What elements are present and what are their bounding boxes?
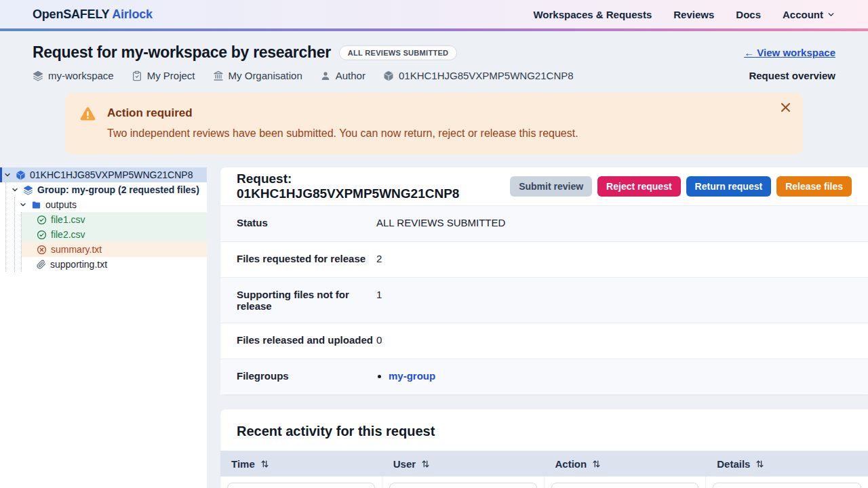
nav-workspaces-requests[interactable]: Workspaces & Requests (533, 9, 652, 20)
recent-activity-card: Recent activity for this request Time Us… (220, 409, 868, 488)
action-required-alert: Action required Two independent reviews … (65, 93, 803, 155)
chevron-down-icon[interactable] (11, 186, 19, 194)
detail-value: 1 (376, 289, 382, 300)
filter-time-input[interactable] (227, 483, 375, 488)
breadcrumb-workspace-label: my-workspace (48, 70, 114, 81)
page-header: Request for my-workspace by researcher A… (0, 31, 868, 155)
request-overview-label: Request overview (749, 70, 835, 81)
tree-node-file2[interactable]: file2.csv (22, 227, 207, 242)
status-badge: ALL REVIEWS SUBMITTED (339, 45, 458, 60)
column-label: Action (555, 458, 587, 470)
return-request-button[interactable]: Return request (686, 176, 772, 197)
tree-node-label: file1.csv (51, 214, 85, 225)
filegroup-link[interactable]: my-group (389, 370, 435, 382)
filegroup-list-item: my-group (389, 370, 435, 382)
tree-node-request-root[interactable]: 01KHC1HJG85VXPMP5WNG21CNP8 (0, 167, 207, 182)
tree-node-file1[interactable]: file1.csv (22, 212, 207, 227)
logo-primary: OpenSAFELY (33, 7, 109, 21)
activity-table-header: Time User Action Details (220, 451, 868, 476)
nav-docs[interactable]: Docs (736, 9, 761, 20)
folder-icon (31, 200, 41, 210)
tree-node-summary[interactable]: summary.txt (22, 242, 207, 257)
column-label: Details (717, 458, 750, 470)
app-logo[interactable]: OpenSAFELY Airlock (33, 7, 153, 22)
detail-label: Supporting files not for release (237, 289, 376, 312)
bank-icon (213, 70, 224, 81)
sort-icon[interactable] (755, 460, 764, 468)
check-circle-icon (37, 230, 47, 240)
request-actions: Submit review Reject request Return requ… (510, 176, 852, 197)
warning-icon (79, 105, 97, 140)
detail-row-status: Status ALL REVIEWS SUBMITTED (220, 205, 868, 241)
request-main-panel: Request: 01KHC1HJG85VXPMP5WNG21CNP8 Subm… (220, 167, 868, 488)
breadcrumb: my-workspace My Project My Organisation … (33, 70, 835, 81)
alert-title: Action required (107, 106, 578, 120)
tree-node-label: 01KHC1HJG85VXPMP5WNG21CNP8 (30, 169, 193, 180)
detail-label: Files requested for release (237, 253, 376, 264)
column-header-time[interactable]: Time (220, 451, 382, 476)
request-details-table: Status ALL REVIEWS SUBMITTED Files reque… (220, 205, 868, 394)
breadcrumb-organisation: My Organisation (213, 70, 302, 81)
top-navigation-bar: OpenSAFELY Airlock Workspaces & Requests… (0, 0, 868, 28)
breadcrumb-project: My Project (132, 70, 195, 81)
detail-row-filegroups: Filegroups my-group (220, 359, 868, 394)
close-icon[interactable] (776, 98, 795, 117)
filter-action-input[interactable] (551, 483, 699, 488)
layers-icon (23, 185, 33, 195)
detail-label: Status (237, 217, 376, 228)
tree-node-label: summary.txt (51, 244, 102, 255)
tree-node-folder-outputs[interactable]: outputs (15, 197, 207, 212)
filter-details-input[interactable] (713, 483, 861, 488)
page-title: Request for my-workspace by researcher (33, 43, 331, 62)
detail-label: Files released and uploaded (237, 334, 376, 346)
column-header-details[interactable]: Details (706, 451, 868, 476)
activity-title: Recent activity for this request (220, 409, 868, 451)
detail-row-supporting-files: Supporting files not for release 1 (220, 277, 868, 323)
column-header-user[interactable]: User (382, 451, 545, 476)
column-label: User (393, 458, 416, 470)
tree-node-label: outputs (45, 199, 77, 210)
breadcrumb-project-label: My Project (147, 70, 195, 81)
column-label: Time (231, 458, 255, 470)
tree-node-group[interactable]: Group: my-group (2 requested files) (6, 182, 207, 197)
release-files-button[interactable]: Release files (776, 176, 852, 197)
logo-secondary: Airlock (112, 7, 153, 21)
nav-reviews[interactable]: Reviews (673, 9, 714, 20)
reject-request-button[interactable]: Reject request (597, 176, 680, 197)
filter-user-input[interactable] (389, 483, 537, 488)
sort-icon[interactable] (592, 460, 601, 468)
breadcrumb-author: Author (320, 70, 366, 81)
tree-node-label: supporting.txt (50, 259, 107, 270)
breadcrumb-request-id: 01KHC1HJG85VXPMP5WNG21CNP8 (383, 70, 574, 81)
detail-row-files-requested: Files requested for release 2 (220, 241, 868, 277)
cube-icon (16, 170, 26, 180)
layers-icon (33, 70, 43, 81)
request-panel-title: Request: 01KHC1HJG85VXPMP5WNG21CNP8 (237, 171, 510, 201)
breadcrumb-author-label: Author (336, 70, 366, 81)
chevron-down-icon[interactable] (3, 171, 12, 179)
nav-account-menu[interactable]: Account (783, 9, 835, 20)
request-details-card: Request: 01KHC1HJG85VXPMP5WNG21CNP8 Subm… (220, 167, 868, 394)
column-header-action[interactable]: Action (545, 451, 707, 476)
submit-review-button[interactable]: Submit review (510, 176, 592, 197)
tree-node-supporting[interactable]: supporting.txt (22, 257, 207, 272)
sort-icon[interactable] (421, 460, 430, 468)
user-icon (320, 70, 331, 81)
detail-value: ALL REVIEWS SUBMITTED (376, 217, 505, 228)
main-nav: Workspaces & Requests Reviews Docs Accou… (533, 9, 835, 20)
breadcrumb-workspace: my-workspace (33, 70, 114, 81)
file-tree-sidebar: 01KHC1HJG85VXPMP5WNG21CNP8 Group: my-gro… (0, 167, 207, 488)
breadcrumb-request-id-label: 01KHC1HJG85VXPMP5WNG21CNP8 (399, 70, 574, 81)
chevron-down-icon[interactable] (19, 201, 27, 209)
view-workspace-link[interactable]: ← View workspace (744, 47, 835, 58)
detail-row-files-released: Files released and uploaded 0 (220, 323, 868, 359)
account-label: Account (783, 9, 823, 20)
tree-node-label: file2.csv (51, 229, 85, 240)
clipboard-icon (132, 70, 142, 81)
detail-value: 0 (376, 334, 382, 346)
breadcrumb-organisation-label: My Organisation (229, 70, 302, 81)
x-circle-icon (37, 245, 47, 255)
sort-icon[interactable] (260, 460, 269, 468)
cube-icon (383, 70, 394, 81)
chevron-down-icon (827, 10, 835, 19)
